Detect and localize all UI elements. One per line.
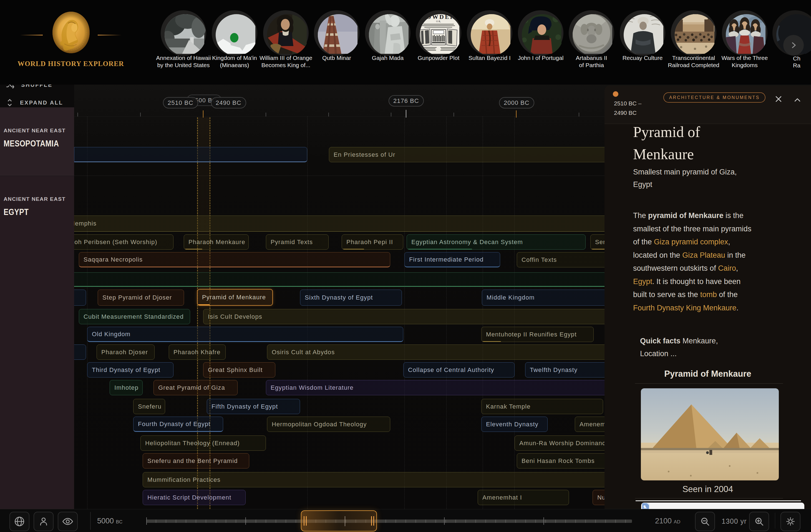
svg-text:O R,: O R, <box>436 20 441 23</box>
